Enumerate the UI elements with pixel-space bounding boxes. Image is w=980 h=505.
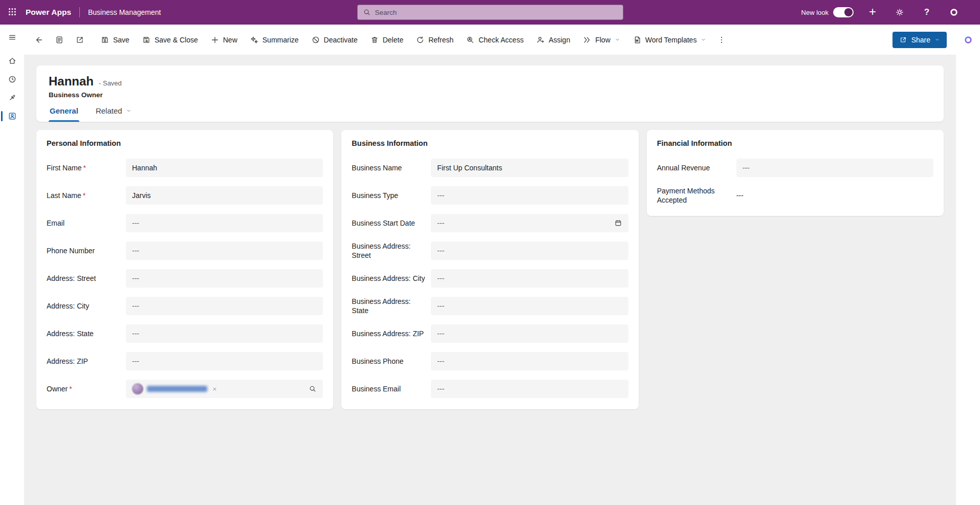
field-row: Address: ZIP---: [47, 352, 323, 370]
field-label-text: Phone Number: [47, 247, 95, 255]
save-button[interactable]: Save: [95, 30, 135, 50]
lookup-clear-button[interactable]: [211, 385, 219, 393]
search-icon: [363, 8, 371, 16]
field-label-text: Address: Street: [47, 274, 96, 282]
global-search[interactable]: [357, 5, 623, 20]
field-input[interactable]: ---: [431, 241, 628, 260]
save-close-icon: [142, 35, 151, 45]
calendar-icon[interactable]: [614, 219, 622, 227]
field-value: ---: [132, 302, 139, 310]
rail-home-button[interactable]: [0, 52, 24, 70]
rail-pinned-button[interactable]: [0, 89, 24, 106]
field-input[interactable]: ---: [126, 352, 323, 370]
field-label-text: Business Address: State: [352, 297, 410, 315]
section-personal-information: Personal InformationFirst Name*HannahLas…: [36, 130, 333, 409]
field-row: Business Start Date---: [352, 214, 628, 232]
lookup-selected-record[interactable]: [132, 383, 219, 394]
flow-button[interactable]: Flow: [577, 30, 626, 50]
field-label-text: Owner: [47, 385, 68, 393]
trash-icon: [370, 35, 379, 45]
tab-related-label: Related: [96, 106, 122, 115]
check-access-button[interactable]: Check Access: [460, 30, 529, 50]
form-switcher-button[interactable]: [50, 30, 69, 50]
field-input[interactable]: ---: [126, 324, 323, 343]
field-label: Owner*: [47, 384, 126, 393]
field-label: Business Name: [352, 163, 431, 172]
back-button[interactable]: [29, 30, 49, 50]
field-label: Phone Number: [47, 246, 126, 255]
field-input[interactable]: ---: [126, 214, 323, 232]
field-control: Jarvis: [126, 186, 323, 205]
plus-icon: +: [869, 6, 876, 18]
rail-entity-business-owners-button[interactable]: [0, 107, 24, 125]
command-label: Check Access: [478, 36, 524, 44]
field-input[interactable]: ---: [431, 186, 628, 205]
command-label: Save: [113, 36, 129, 44]
field-label: Business Type: [352, 191, 431, 200]
summarize-button[interactable]: Summarize: [244, 30, 304, 50]
new-look-toggle[interactable]: [833, 7, 854, 17]
more-commands-button[interactable]: [712, 30, 731, 50]
settings-button[interactable]: [891, 4, 908, 20]
field-input[interactable]: Hannah: [126, 159, 323, 177]
field-label: Business Address: City: [352, 274, 431, 283]
command-label: New: [223, 36, 237, 44]
field-value: ---: [736, 191, 744, 200]
chevron-down-icon: [934, 37, 940, 42]
lookup-search-icon[interactable]: [309, 385, 317, 393]
app-launcher-button[interactable]: [0, 0, 25, 25]
field-input[interactable]: [126, 380, 323, 398]
field-input[interactable]: First Up Consultants: [431, 159, 628, 177]
field-control: ---: [431, 214, 628, 232]
help-icon: ?: [924, 7, 929, 17]
field-control: [126, 380, 323, 398]
field-row: Email---: [47, 214, 323, 232]
required-asterisk: *: [83, 191, 85, 200]
field-label: Business Address: ZIP: [352, 329, 431, 338]
tab-related[interactable]: Related: [95, 106, 133, 122]
field-value: ---: [132, 219, 139, 227]
app-name: Business Management: [88, 8, 161, 16]
assign-button[interactable]: Assign: [530, 30, 576, 50]
command-label: Delete: [383, 36, 403, 44]
quick-create-button[interactable]: +: [864, 4, 881, 20]
rail-recent-button[interactable]: [0, 71, 24, 88]
field-input[interactable]: Jarvis: [126, 186, 323, 205]
flow-icon: [582, 35, 592, 45]
deactivate-button[interactable]: Deactivate: [306, 30, 363, 50]
field-row: Address: City---: [47, 297, 323, 315]
field-row: First Name*Hannah: [47, 159, 323, 177]
field-label-text: Address: State: [47, 330, 94, 338]
delete-button[interactable]: Delete: [364, 30, 409, 50]
popout-button[interactable]: [70, 30, 90, 50]
field-input[interactable]: ---: [431, 324, 628, 343]
copilot-header-button[interactable]: [946, 4, 962, 20]
person-arrow-icon: [536, 35, 545, 45]
field-input[interactable]: ---: [431, 352, 628, 370]
field-input[interactable]: ---: [126, 297, 323, 315]
help-button[interactable]: ?: [919, 4, 935, 20]
rail-menu-toggle-button[interactable]: [0, 29, 24, 46]
redacted-lookup-text: [147, 386, 207, 392]
field-input[interactable]: ---: [431, 297, 628, 315]
field-row: Business Address: State---: [352, 297, 628, 315]
refresh-button[interactable]: Refresh: [410, 30, 459, 50]
word-templates-button[interactable]: Word Templates: [627, 30, 712, 50]
save-close-button[interactable]: Save & Close: [136, 30, 204, 50]
field-input[interactable]: ---: [431, 269, 628, 288]
field-value: Hannah: [132, 164, 157, 172]
field-row: Annual Revenue---: [657, 159, 933, 177]
new-button[interactable]: New: [205, 30, 243, 50]
field-input[interactable]: ---: [431, 214, 628, 232]
dots-icon: [717, 35, 726, 45]
field-input[interactable]: ---: [126, 269, 323, 288]
tab-general[interactable]: General: [49, 106, 79, 122]
field-input[interactable]: ---: [126, 241, 323, 260]
field-input[interactable]: ---: [736, 159, 933, 177]
field-row: Phone Number---: [47, 241, 323, 260]
copilot-pane-button[interactable]: [960, 32, 976, 48]
field-input[interactable]: ---: [431, 380, 628, 398]
record-header-card: Hannah - Saved Business Owner General Re…: [36, 65, 944, 122]
share-button[interactable]: Share: [892, 32, 947, 48]
search-input[interactable]: [375, 9, 618, 16]
